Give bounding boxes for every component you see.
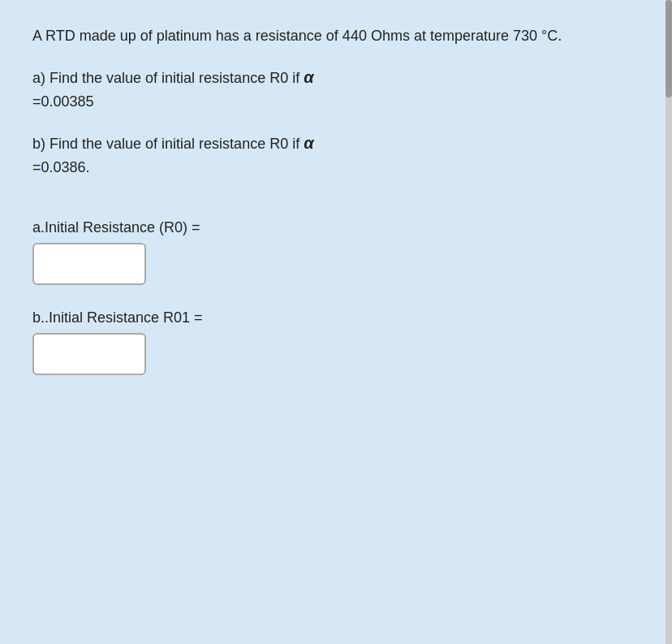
intro-text: A RTD made up of platinum has a resistan…	[32, 24, 640, 48]
part-a-suffix: =0.00385	[32, 93, 94, 110]
answer-a-input[interactable]	[32, 243, 146, 285]
answer-a-row: a.Initial Resistance (R0) =	[32, 219, 640, 285]
main-container: A RTD made up of platinum has a resistan…	[0, 0, 672, 644]
answer-b-input[interactable]	[32, 333, 146, 375]
answer-a-label: a.Initial Resistance (R0) =	[32, 219, 640, 236]
scrollbar-thumb[interactable]	[666, 0, 672, 97]
part-a-prefix: a) Find the value of initial resistance …	[32, 70, 304, 86]
part-b-question: b) Find the value of initial resistance …	[32, 130, 640, 179]
answer-b-row: b..Initial Resistance R01 =	[32, 309, 640, 375]
part-b-alpha: α	[304, 134, 313, 152]
part-a-question: a) Find the value of initial resistance …	[32, 64, 640, 114]
part-b-suffix: =0.0386.	[32, 159, 90, 175]
question-block: A RTD made up of platinum has a resistan…	[32, 24, 640, 48]
answer-b-label: b..Initial Resistance R01 =	[32, 309, 640, 326]
part-a-alpha: α	[304, 68, 313, 86]
answer-section: a.Initial Resistance (R0) = b..Initial R…	[32, 219, 640, 375]
scrollbar-track[interactable]	[666, 0, 672, 644]
part-b-text: b) Find the value of initial resistance …	[32, 130, 640, 179]
part-a-text: a) Find the value of initial resistance …	[32, 64, 640, 114]
part-b-prefix: b) Find the value of initial resistance …	[32, 136, 304, 152]
